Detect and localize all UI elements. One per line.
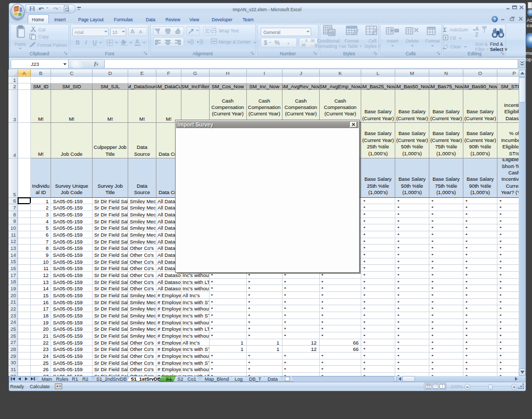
svg-text:Z: Z (475, 32, 478, 38)
svg-text:A: A (475, 26, 479, 32)
svg-text:s5: s5 (329, 30, 335, 36)
